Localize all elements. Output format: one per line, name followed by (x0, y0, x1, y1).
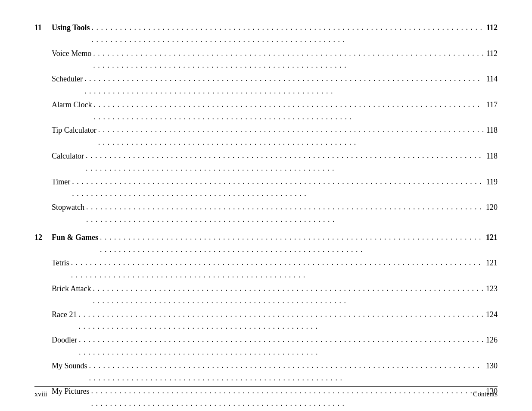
subentry-11-4: Calculator. . . . . . . . . . . . . . . … (34, 150, 498, 175)
subentry-12-3-dots: . . . . . . . . . . . . . . . . . . . . … (79, 333, 484, 358)
subentry-12-2: Race 21. . . . . . . . . . . . . . . . .… (34, 308, 498, 333)
subentry-11-3-page: 118 (486, 124, 498, 137)
subentry-11-3-dots: . . . . . . . . . . . . . . . . . . . . … (98, 124, 485, 149)
subentry-11-5-page: 119 (486, 176, 498, 188)
chapter-11-entry: 11Using Tools. . . . . . . . . . . . . .… (34, 22, 498, 47)
chapter-12-page: 121 (486, 231, 498, 244)
subentry-11-4-title: Calculator (52, 150, 84, 162)
subentry-12-2-title: Race 21 (52, 308, 77, 321)
subentry-11-0-page: 112 (486, 47, 498, 60)
subentry-11-0-dots: . . . . . . . . . . . . . . . . . . . . … (93, 47, 485, 72)
subentry-11-3: Tip Calculator. . . . . . . . . . . . . … (34, 124, 498, 149)
subentry-12-1-page: 123 (486, 283, 498, 295)
subentry-11-5: Timer. . . . . . . . . . . . . . . . . .… (34, 176, 498, 201)
subentry-12-4: My Sounds. . . . . . . . . . . . . . . .… (34, 360, 498, 385)
chapter-11-title: Using Tools (52, 22, 90, 34)
subentry-11-2-title: Alarm Clock (52, 99, 92, 111)
chapter-12-dots: . . . . . . . . . . . . . . . . . . . . … (100, 231, 484, 256)
subentry-11-1-title: Scheduler (52, 73, 83, 85)
subentry-11-6-page: 120 (486, 201, 498, 214)
subentry-11-2: Alarm Clock. . . . . . . . . . . . . . .… (34, 99, 498, 124)
subentry-11-0-title: Voice Memo (52, 47, 91, 60)
subentry-12-1: Brick Attack. . . . . . . . . . . . . . … (34, 283, 498, 308)
subentry-11-4-dots: . . . . . . . . . . . . . . . . . . . . … (86, 149, 485, 174)
subentry-11-2-page: 117 (486, 99, 498, 111)
subentry-11-1: Scheduler. . . . . . . . . . . . . . . .… (34, 73, 498, 98)
subentry-11-4-page: 118 (486, 150, 498, 162)
subentry-12-0-dots: . . . . . . . . . . . . . . . . . . . . … (71, 256, 484, 281)
subentry-12-3-page: 126 (486, 334, 498, 346)
subentry-11-6-title: Stopwatch (52, 201, 84, 214)
subentry-12-1-title: Brick Attack (52, 283, 91, 295)
subentry-12-4-dots: . . . . . . . . . . . . . . . . . . . . … (89, 359, 484, 384)
subentry-12-0: Tetris. . . . . . . . . . . . . . . . . … (34, 257, 498, 282)
subentry-12-2-dots: . . . . . . . . . . . . . . . . . . . . … (78, 308, 484, 333)
chapter-11-number: 11 (34, 22, 52, 34)
subentry-12-1-dots: . . . . . . . . . . . . . . . . . . . . … (93, 282, 484, 307)
subentry-11-2-dots: . . . . . . . . . . . . . . . . . . . . … (93, 98, 484, 123)
subentry-12-3-title: Doodler (52, 334, 77, 346)
subentry-11-1-dots: . . . . . . . . . . . . . . . . . . . . … (84, 72, 485, 97)
chapter-12-number: 12 (34, 231, 52, 244)
subentry-12-4-page: 130 (486, 360, 498, 372)
subentry-11-6: Stopwatch. . . . . . . . . . . . . . . .… (34, 201, 498, 226)
subentry-12-3: Doodler. . . . . . . . . . . . . . . . .… (34, 334, 498, 359)
page-content: 11Using Tools. . . . . . . . . . . . . .… (0, 0, 532, 411)
chapter-11-page: 112 (486, 22, 498, 34)
chapter-11-dots: . . . . . . . . . . . . . . . . . . . . … (92, 21, 485, 46)
subentry-12-2-page: 124 (486, 308, 498, 321)
subentry-11-5-dots: . . . . . . . . . . . . . . . . . . . . … (72, 175, 484, 200)
subentry-11-1-page: 114 (486, 73, 498, 85)
subentry-11-3-title: Tip Calculator (52, 124, 96, 137)
footer-title: Contents (473, 390, 498, 398)
subentry-12-4-title: My Sounds (52, 360, 87, 372)
subentry-11-5-title: Timer (52, 176, 70, 188)
subentry-11-6-dots: . . . . . . . . . . . . . . . . . . . . … (86, 201, 484, 226)
footer: xviii Contents (34, 386, 498, 398)
subentry-12-0-page: 121 (486, 257, 498, 269)
chapter-12-entry: 12Fun & Games. . . . . . . . . . . . . .… (34, 231, 498, 256)
subentry-12-0-title: Tetris (52, 257, 69, 269)
footer-page-number: xviii (34, 390, 47, 398)
chapter-12-title: Fun & Games (52, 231, 98, 244)
subentry-11-0: Voice Memo. . . . . . . . . . . . . . . … (34, 47, 498, 72)
toc-container: 11Using Tools. . . . . . . . . . . . . .… (34, 22, 498, 411)
